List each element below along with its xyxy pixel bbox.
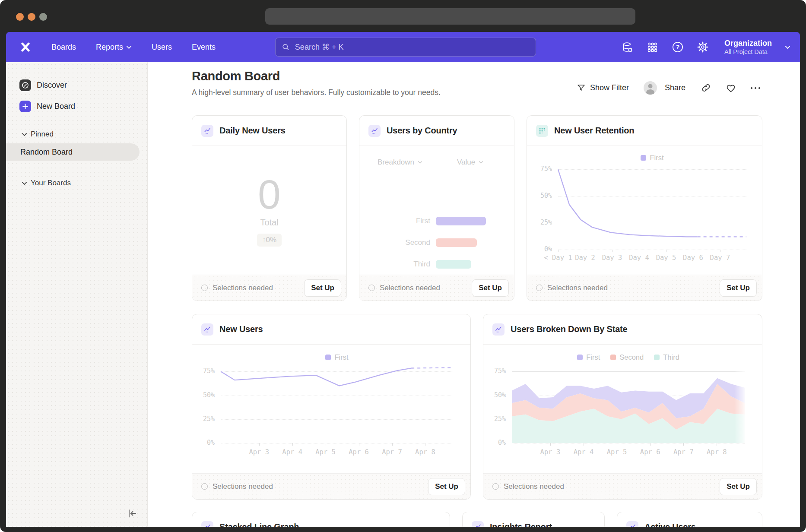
sidebar-item-label: Random Board xyxy=(20,148,73,157)
sidebar-item-random-board[interactable]: Random Board xyxy=(6,143,140,161)
nav-item-label: Boards xyxy=(51,43,76,52)
sidebar-item-label: Discover xyxy=(37,81,67,90)
chevron-down-icon xyxy=(22,181,27,185)
line-chart-icon xyxy=(201,125,213,137)
card-header: New Users xyxy=(192,314,470,345)
browser-window: Boards Reports Users Events xyxy=(0,0,806,532)
nav-item-label: Reports xyxy=(96,43,123,52)
nav-item-reports[interactable]: Reports xyxy=(96,43,132,52)
compass-icon xyxy=(19,79,31,91)
metric-label: Total xyxy=(260,218,278,228)
sidebar-collapse-button[interactable] xyxy=(127,508,138,519)
x-axis-tick xyxy=(584,443,584,446)
gridline xyxy=(221,443,453,443)
y-axis-label: 0% xyxy=(527,245,552,253)
gridline xyxy=(558,250,746,250)
status-circle-icon xyxy=(201,285,208,291)
y-axis-label: 75% xyxy=(527,165,552,173)
copy-link-icon[interactable] xyxy=(701,83,711,93)
line-chart-icon xyxy=(201,323,213,336)
legend-label: First xyxy=(650,154,663,162)
card-footer: Selections needed Set Up xyxy=(359,275,514,301)
y-axis-label: 50% xyxy=(483,391,506,399)
card-header: Daily New Users xyxy=(192,116,346,146)
x-axis-tick xyxy=(359,443,359,446)
breakdown-bar xyxy=(436,238,477,247)
status-circle-icon xyxy=(368,285,375,291)
y-axis-label: 75% xyxy=(483,367,506,375)
data-management-icon[interactable] xyxy=(622,41,634,53)
window-close-button[interactable] xyxy=(16,13,24,21)
mixpanel-logo-icon[interactable] xyxy=(19,41,32,53)
y-axis-label: 25% xyxy=(527,218,552,226)
global-search[interactable] xyxy=(275,38,536,57)
card-insights-report: Insights Report xyxy=(462,512,605,527)
set-up-button[interactable]: Set Up xyxy=(428,478,465,495)
plus-icon xyxy=(19,101,31,112)
x-axis-tick xyxy=(683,443,684,446)
breakdown-label: Second xyxy=(359,238,430,247)
nav-item-boards[interactable]: Boards xyxy=(51,43,76,52)
x-axis-label: Apr 8 xyxy=(689,448,745,456)
set-up-button[interactable]: Set Up xyxy=(304,279,341,297)
set-up-button[interactable]: Set Up xyxy=(720,478,757,495)
set-up-button[interactable]: Set Up xyxy=(720,279,757,297)
page-subtitle: A high-level summary of user behaviors. … xyxy=(192,88,441,97)
more-options-icon[interactable] xyxy=(750,86,761,90)
x-axis-tick xyxy=(666,250,666,252)
show-filter-button[interactable]: Show Filter xyxy=(590,83,629,92)
set-up-button[interactable]: Set Up xyxy=(472,279,509,297)
x-axis-tick xyxy=(693,250,693,252)
nav-item-events[interactable]: Events xyxy=(192,43,216,52)
sidebar-item-discover[interactable]: Discover xyxy=(19,76,147,94)
y-axis-label: 0% xyxy=(483,439,506,446)
sidebar-section-pinned[interactable]: Pinned xyxy=(22,128,147,140)
board-main-area: Random Board A high-level summary of use… xyxy=(148,62,800,527)
card-body: Breakdown Value FirstSecondThird xyxy=(359,146,514,275)
chevron-down-icon xyxy=(22,133,27,136)
card-footer: Selections needed Set Up xyxy=(527,275,762,301)
card-title: Users Broken Down By State xyxy=(511,324,627,334)
breakdown-label: Third xyxy=(359,260,430,269)
card-title: Stacked Line Graph xyxy=(219,522,299,527)
window-zoom-button[interactable] xyxy=(39,13,47,21)
x-axis-tick xyxy=(650,443,651,446)
sidebar-section-your-boards[interactable]: Your Boards xyxy=(22,177,147,189)
card-header: Users by Country xyxy=(359,116,514,146)
browser-address-bar[interactable] xyxy=(265,8,635,25)
legend-swatch xyxy=(641,155,646,161)
help-icon[interactable]: ? xyxy=(672,41,684,53)
status-text: Selections needed xyxy=(504,482,564,491)
card-footer: Selections needed Set Up xyxy=(192,473,470,499)
x-axis-tick xyxy=(292,443,293,446)
x-axis-label: Day 7 xyxy=(692,254,748,262)
favorite-heart-icon[interactable] xyxy=(726,83,736,93)
card-header: Active Users xyxy=(617,512,762,527)
forecast-fade xyxy=(734,348,745,443)
status-text: Selections needed xyxy=(213,482,273,491)
organization-switcher[interactable]: Organization All Project Data xyxy=(724,38,772,56)
x-axis-tick xyxy=(585,250,585,252)
card-users-by-state: Users Broken Down By State FirstSecondTh… xyxy=(483,314,762,500)
search-input[interactable] xyxy=(294,42,530,52)
app-navbar: Boards Reports Users Events xyxy=(6,32,800,62)
avatar[interactable] xyxy=(644,81,657,95)
card-title: New Users xyxy=(219,324,263,334)
new-users-line-chart: First75%50%25%0%Apr 3Apr 4Apr 5Apr 6Apr … xyxy=(192,345,470,473)
share-button[interactable]: Share xyxy=(665,83,685,92)
filter-funnel-icon[interactable] xyxy=(577,83,586,92)
svg-text:?: ? xyxy=(676,44,680,51)
x-axis-tick xyxy=(717,443,717,446)
status-circle-icon xyxy=(201,483,208,490)
window-minimize-button[interactable] xyxy=(28,13,35,21)
apps-grid-icon[interactable] xyxy=(647,41,659,53)
sidebar-item-new-board[interactable]: New Board xyxy=(19,98,147,115)
stacked-area-chart: FirstSecondThird75%50%25%0%Apr 3Apr 4Apr… xyxy=(483,345,762,473)
chevron-down-icon xyxy=(126,45,132,49)
metric-value: 0 xyxy=(258,174,281,215)
x-axis-tick xyxy=(425,443,425,446)
x-axis-tick xyxy=(639,250,639,252)
nav-item-users[interactable]: Users xyxy=(152,43,172,52)
status-text: Selections needed xyxy=(213,284,273,292)
settings-gear-icon[interactable] xyxy=(697,41,709,53)
